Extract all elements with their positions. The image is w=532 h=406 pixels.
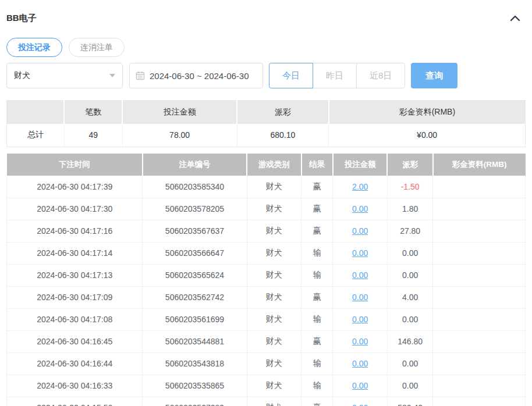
bet-amount-link[interactable]: 0.00 xyxy=(352,381,368,390)
cell-time: 2024-06-30 04:17:39 xyxy=(7,176,143,198)
records-header-time: 下注时间 xyxy=(7,154,143,176)
summary-table: 笔数 投注金额 派彩 彩金资料(RMB) 总计 49 78.00 680.10 … xyxy=(6,100,526,147)
cell-bonus xyxy=(433,352,526,375)
cell-order-id: 5060203585340 xyxy=(143,176,247,198)
records-header-row: 下注时间 注单编号 游戏类别 结果 投注金额 派彩 彩金资料(RMB) xyxy=(7,154,526,176)
cell-payout: 1.80 xyxy=(387,198,432,220)
cell-order-id: 5060203567637 xyxy=(143,220,247,242)
cell-bet: 0.00 xyxy=(333,286,388,308)
record-row: 2024-06-30 04:16:335060203535865财犬输0.000… xyxy=(7,375,526,397)
cell-order-id: 5060203507289 xyxy=(143,397,247,406)
chevron-down-icon xyxy=(109,74,115,77)
bet-amount-link[interactable]: 0.00 xyxy=(352,248,368,258)
cell-order-id: 5060203535865 xyxy=(143,375,247,397)
record-row: 2024-06-30 04:17:165060203567637财犬赢0.002… xyxy=(7,220,526,242)
cell-payout: 0.00 xyxy=(387,375,432,397)
cell-order-id: 5060203561699 xyxy=(143,308,247,330)
cell-game: 财犬 xyxy=(247,352,302,375)
cell-payout: 4.00 xyxy=(387,286,432,308)
cell-bet: 0.00 xyxy=(333,198,388,220)
game-select[interactable]: 财犬 xyxy=(6,63,123,88)
record-row: 2024-06-30 04:16:445060203543818财犬输0.000… xyxy=(7,352,526,375)
cell-bet: 0.00 xyxy=(333,264,388,286)
cell-bonus xyxy=(433,286,526,308)
cell-time: 2024-06-30 04:17:13 xyxy=(7,264,143,286)
summary-header-bet-amount: 投注金额 xyxy=(122,101,237,124)
cell-game: 财犬 xyxy=(247,242,302,264)
game-select-value: 财犬 xyxy=(14,70,30,81)
bet-amount-link[interactable]: 0.00 xyxy=(352,226,368,236)
records-header-payout: 派彩 xyxy=(387,154,432,176)
cell-result: 输 xyxy=(302,242,333,264)
records-table: 下注时间 注单编号 游戏类别 结果 投注金额 派彩 彩金资料(RMB) 2024… xyxy=(6,154,526,406)
cell-bonus xyxy=(433,220,526,242)
records-header-game: 游戏类别 xyxy=(247,154,302,176)
cell-time: 2024-06-30 04:15:56 xyxy=(7,397,143,406)
bet-amount-link[interactable]: 0.00 xyxy=(352,359,368,368)
cell-game: 财犬 xyxy=(247,286,302,308)
bet-amount-link[interactable]: 0.00 xyxy=(352,337,368,346)
cell-bet: 0.00 xyxy=(333,330,388,352)
cell-bonus xyxy=(433,264,526,286)
cell-game: 财犬 xyxy=(247,330,302,352)
record-row: 2024-06-30 04:15:565060203507289财犬赢0.005… xyxy=(7,397,526,406)
summary-header-blank xyxy=(7,101,65,124)
cell-bonus xyxy=(433,375,526,397)
calendar-icon xyxy=(136,71,145,80)
cell-time: 2024-06-30 04:17:08 xyxy=(7,308,143,330)
cell-result: 输 xyxy=(302,308,333,330)
cell-time: 2024-06-30 04:17:16 xyxy=(7,220,143,242)
cell-bet: 2.00 xyxy=(333,176,388,198)
collapse-panel-button[interactable] xyxy=(509,14,521,22)
cell-game: 财犬 xyxy=(247,397,302,406)
tab-bet-records[interactable]: 投注记录 xyxy=(6,38,62,57)
cell-payout: 0.00 xyxy=(387,264,432,286)
cell-payout: 27.80 xyxy=(387,220,432,242)
page-title: BB电子 xyxy=(6,13,37,24)
cell-bet: 0.00 xyxy=(333,352,388,375)
bet-amount-link[interactable]: 0.00 xyxy=(352,270,368,280)
cell-bet: 0.00 xyxy=(333,220,388,242)
cell-order-id: 5060203566647 xyxy=(143,242,247,264)
cell-order-id: 5060203543818 xyxy=(143,352,247,375)
cell-game: 财犬 xyxy=(247,308,302,330)
yesterday-button[interactable]: 昨日 xyxy=(313,63,357,88)
cell-order-id: 5060203562742 xyxy=(143,286,247,308)
records-header-order-id: 注单编号 xyxy=(143,154,247,176)
cell-game: 财犬 xyxy=(247,198,302,220)
page: BB电子 投注记录 连消注单 财犬 2024-06-30 ~ 2024-06-3… xyxy=(0,0,532,406)
tab-cancelled-orders[interactable]: 连消注单 xyxy=(69,38,125,57)
query-button[interactable]: 查询 xyxy=(411,63,457,88)
record-row: 2024-06-30 04:16:455060203544881财犬赢0.001… xyxy=(7,330,526,352)
summary-total-bonus: ¥0.00 xyxy=(329,124,526,147)
bet-amount-link[interactable]: 0.00 xyxy=(352,293,368,302)
summary-header-row: 笔数 投注金额 派彩 彩金资料(RMB) xyxy=(7,101,526,124)
summary-total-count: 49 xyxy=(64,124,122,147)
record-row: 2024-06-30 04:17:145060203566647财犬输0.000… xyxy=(7,242,526,264)
cell-time: 2024-06-30 04:17:14 xyxy=(7,242,143,264)
bet-amount-link[interactable]: 0.00 xyxy=(352,315,368,324)
last-8-days-button[interactable]: 近8日 xyxy=(356,63,405,88)
cell-game: 财犬 xyxy=(247,264,302,286)
filter-bar: 财犬 2024-06-30 ~ 2024-06-30 今日 昨日 近8日 查询 xyxy=(6,63,526,88)
cell-result: 赢 xyxy=(302,220,333,242)
record-row: 2024-06-30 04:17:395060203585340财犬赢2.00-… xyxy=(7,176,526,198)
bet-amount-link[interactable]: 2.00 xyxy=(352,182,368,191)
cell-payout: 146.80 xyxy=(387,330,432,352)
date-range-input[interactable]: 2024-06-30 ~ 2024-06-30 xyxy=(129,63,263,88)
cell-time: 2024-06-30 04:16:33 xyxy=(7,375,143,397)
summary-total-label: 总计 xyxy=(7,124,65,147)
cell-bonus xyxy=(433,198,526,220)
cell-time: 2024-06-30 04:17:09 xyxy=(7,286,143,308)
records-header-result: 结果 xyxy=(302,154,333,176)
cell-bonus xyxy=(433,308,526,330)
bet-amount-link[interactable]: 0.00 xyxy=(352,204,368,213)
cell-game: 财犬 xyxy=(247,375,302,397)
quick-date-buttons: 今日 昨日 近8日 xyxy=(269,63,405,88)
today-button[interactable]: 今日 xyxy=(269,63,313,88)
summary-total-bet-amount: 78.00 xyxy=(122,124,237,147)
chevron-up-icon xyxy=(509,14,521,22)
summary-header-payout: 派彩 xyxy=(237,101,329,124)
cell-bet: 0.00 xyxy=(333,308,388,330)
bet-amount-link[interactable]: 0.00 xyxy=(352,403,368,406)
